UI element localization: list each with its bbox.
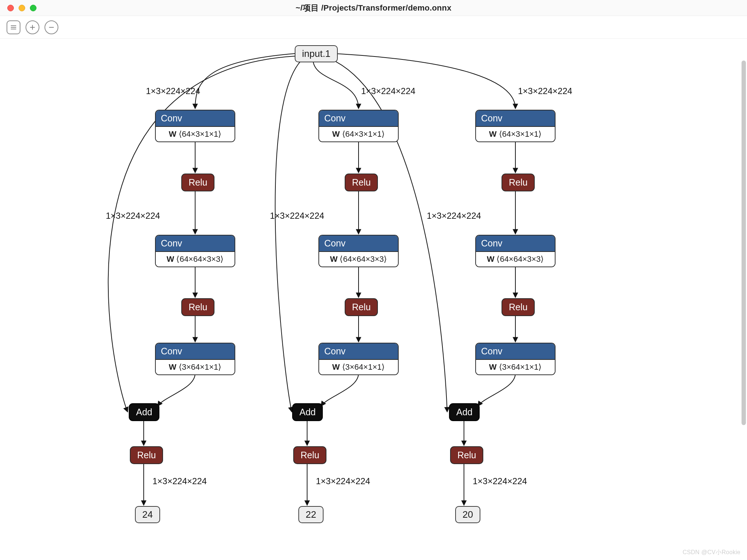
app-window: ~/项目 /Projects/Transformer/demo.onnx — [0, 0, 747, 560]
maximize-icon[interactable] — [30, 5, 36, 11]
node-output[interactable]: 20 — [455, 506, 480, 523]
toolbar — [0, 16, 747, 39]
node-relu[interactable]: Relu — [130, 446, 163, 464]
node-relu[interactable]: Relu — [293, 446, 326, 464]
edge-label: 1×3×224×224 — [146, 86, 200, 96]
node-input-label: input.1 — [302, 48, 330, 59]
node-relu[interactable]: Relu — [345, 298, 378, 316]
node-relu[interactable]: Relu — [450, 446, 483, 464]
scrollbar[interactable] — [742, 61, 746, 425]
node-conv[interactable]: Conv W⟨3×64×1×1⟩ — [155, 343, 235, 375]
edge-label: 1×3×224×224 — [270, 211, 324, 221]
window-controls — [7, 5, 36, 11]
edge-label: 1×3×224×224 — [427, 211, 481, 221]
node-conv[interactable]: Conv W⟨64×64×3×3⟩ — [318, 235, 399, 267]
zoom-in-button[interactable] — [26, 20, 39, 34]
minus-icon — [47, 23, 55, 31]
graph-canvas[interactable]: input.1 1×3×224×224 1×3×224×224 1×3×224×… — [0, 39, 747, 560]
conv-title: Conv — [156, 110, 235, 127]
close-icon[interactable] — [7, 5, 14, 11]
titlebar: ~/项目 /Projects/Transformer/demo.onnx — [0, 0, 747, 16]
minimize-icon[interactable] — [19, 5, 25, 11]
conv-weight: W⟨3×64×1×1⟩ — [156, 360, 235, 374]
node-input[interactable]: input.1 — [295, 45, 338, 62]
node-add[interactable]: Add — [129, 403, 159, 421]
conv-title: Conv — [476, 236, 555, 252]
node-conv[interactable]: Conv W⟨64×3×1×1⟩ — [475, 110, 556, 142]
menu-button[interactable] — [7, 20, 20, 34]
node-conv[interactable]: Conv W⟨3×64×1×1⟩ — [318, 343, 399, 375]
node-relu[interactable]: Relu — [502, 174, 535, 191]
conv-title: Conv — [319, 110, 398, 127]
node-add[interactable]: Add — [449, 403, 480, 421]
conv-weight: W⟨3×64×1×1⟩ — [476, 360, 555, 374]
node-add[interactable]: Add — [292, 403, 323, 421]
conv-title: Conv — [319, 236, 398, 252]
node-conv[interactable]: Conv W⟨64×3×1×1⟩ — [318, 110, 399, 142]
conv-title: Conv — [156, 236, 235, 252]
window-title: ~/项目 /Projects/Transformer/demo.onnx — [295, 3, 451, 13]
node-conv[interactable]: Conv W⟨3×64×1×1⟩ — [475, 343, 556, 375]
edge-label: 1×3×224×224 — [152, 476, 207, 486]
conv-title: Conv — [156, 343, 235, 360]
conv-weight: W⟨64×3×1×1⟩ — [476, 127, 555, 141]
node-relu[interactable]: Relu — [181, 298, 214, 316]
node-conv[interactable]: Conv W⟨64×64×3×3⟩ — [155, 235, 235, 267]
conv-title: Conv — [476, 343, 555, 360]
conv-weight: W⟨64×3×1×1⟩ — [319, 127, 398, 141]
node-relu[interactable]: Relu — [502, 298, 535, 316]
node-conv[interactable]: Conv W⟨64×64×3×3⟩ — [475, 235, 556, 267]
node-conv[interactable]: Conv W⟨64×3×1×1⟩ — [155, 110, 235, 142]
node-output[interactable]: 22 — [298, 506, 324, 523]
edge-label: 1×3×224×224 — [361, 86, 415, 96]
conv-weight: W⟨64×64×3×3⟩ — [319, 252, 398, 267]
conv-weight: W⟨64×64×3×3⟩ — [476, 252, 555, 267]
plus-icon — [28, 23, 36, 31]
conv-title: Conv — [476, 110, 555, 127]
zoom-out-button[interactable] — [44, 20, 58, 34]
conv-title: Conv — [319, 343, 398, 360]
conv-weight: W⟨64×64×3×3⟩ — [156, 252, 235, 267]
conv-weight: W⟨64×3×1×1⟩ — [156, 127, 235, 141]
edge-label: 1×3×224×224 — [518, 86, 572, 96]
watermark: CSDN @CV小Rookie — [682, 549, 740, 556]
conv-weight: W⟨3×64×1×1⟩ — [319, 360, 398, 374]
menu-icon — [9, 23, 18, 31]
node-output[interactable]: 24 — [135, 506, 160, 523]
edge-label: 1×3×224×224 — [473, 476, 527, 486]
edge-label: 1×3×224×224 — [106, 211, 160, 221]
node-relu[interactable]: Relu — [181, 174, 214, 191]
edge-label: 1×3×224×224 — [316, 476, 370, 486]
node-relu[interactable]: Relu — [345, 174, 378, 191]
